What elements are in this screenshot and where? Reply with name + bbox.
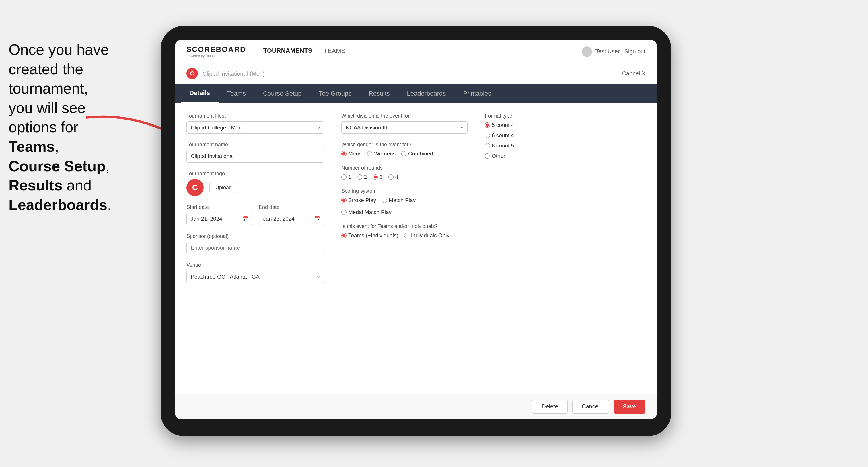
tournament-name-input[interactable]: [186, 150, 324, 163]
scoring-medal[interactable]: Medal Match Play: [341, 209, 392, 215]
col-middle: Which division is the event for? NCAA Di…: [341, 113, 468, 384]
scoring-label: Scoring system: [341, 188, 468, 194]
top-nav: SCOREBOARD Powered by clippd TOURNAMENTS…: [175, 40, 657, 63]
rounds-2[interactable]: 2: [357, 174, 367, 180]
rounds-1-radio[interactable]: [341, 175, 346, 180]
tab-teams[interactable]: Teams: [219, 85, 254, 102]
user-avatar: [582, 46, 592, 57]
teams-plus-individuals[interactable]: Teams (+Individuals): [341, 232, 398, 239]
scoring-stroke-radio[interactable]: [341, 198, 346, 203]
save-button[interactable]: Save: [614, 400, 645, 414]
upload-button[interactable]: Upload: [209, 182, 238, 193]
gender-womens-radio[interactable]: [367, 151, 372, 156]
format-other-radio[interactable]: [485, 153, 490, 159]
bottom-bar: Delete Cancel Save: [175, 394, 657, 419]
gender-combined-radio[interactable]: [401, 151, 406, 156]
tournament-header: C Clippd Invitational (Men) Cancel X: [175, 63, 657, 84]
main-content: Tournament Host Clippd College - Men Tou…: [175, 103, 657, 419]
format-label: Format type: [485, 113, 571, 119]
gender-mens-radio[interactable]: [341, 151, 346, 156]
format-6count4-radio[interactable]: [485, 133, 490, 138]
delete-button[interactable]: Delete: [532, 400, 568, 414]
venue-label: Venue: [186, 262, 324, 268]
rounds-4[interactable]: 4: [389, 174, 398, 180]
division-group: Which division is the event for? NCAA Di…: [341, 113, 468, 134]
scoring-match-radio[interactable]: [382, 198, 387, 203]
format-6count4[interactable]: 6 count 4: [485, 132, 514, 138]
tournament-host-label: Tournament Host: [186, 113, 324, 119]
rounds-label: Number of rounds: [341, 165, 468, 171]
col-right: Format type 5 count 4 6 count 4: [485, 113, 571, 384]
tab-results[interactable]: Results: [360, 85, 398, 102]
format-group: Format type 5 count 4 6 count 4: [485, 113, 571, 159]
instruction-text: Once you have created the tournament, yo…: [9, 41, 111, 213]
teams-plus-radio[interactable]: [341, 233, 346, 238]
sponsor-group: Sponsor (optional): [186, 233, 324, 254]
cancel-button[interactable]: Cancel: [572, 400, 609, 414]
tournament-icon: C: [186, 68, 198, 79]
rounds-2-radio[interactable]: [357, 175, 362, 180]
individuals-only[interactable]: Individuals Only: [404, 232, 450, 239]
rounds-group: Number of rounds 1 2: [341, 165, 468, 180]
rounds-1[interactable]: 1: [341, 174, 351, 180]
format-5count4[interactable]: 5 count 4: [485, 122, 514, 128]
nav-tournaments[interactable]: TOURNAMENTS: [263, 47, 312, 56]
start-date-label: Start date: [186, 204, 252, 210]
tournament-name: Clippd Invitational (Men): [203, 69, 265, 77]
tab-course-setup[interactable]: Course Setup: [254, 85, 310, 102]
scoring-stroke[interactable]: Stroke Play: [341, 197, 376, 204]
division-select[interactable]: NCAA Division III: [341, 121, 468, 134]
logo-area: SCOREBOARD Powered by clippd: [186, 45, 246, 58]
gender-mens[interactable]: Mens: [341, 151, 362, 157]
start-date-wrap: 📅: [186, 213, 252, 225]
format-6count5[interactable]: 6 count 5: [485, 143, 514, 149]
end-date-label: End date: [259, 204, 324, 210]
gender-combined[interactable]: Combined: [401, 151, 433, 157]
format-6count5-radio[interactable]: [485, 143, 490, 148]
tournament-name-group: Tournament name: [186, 142, 324, 163]
scoring-medal-radio[interactable]: [341, 210, 346, 215]
format-radio-group: 5 count 4 6 count 4 6 count 5: [485, 122, 571, 159]
rounds-3-radio[interactable]: [373, 175, 378, 180]
tournament-logo-group: Tournament logo C Upload: [186, 171, 324, 196]
teams-group: Is this event for Teams and/or Individua…: [341, 223, 468, 239]
col-left: Tournament Host Clippd College - Men Tou…: [186, 113, 324, 384]
end-date-wrap: 📅: [259, 213, 324, 225]
scoring-match[interactable]: Match Play: [382, 197, 416, 204]
calendar-icon: 📅: [242, 216, 248, 222]
end-date-group: End date 📅: [259, 204, 324, 225]
tab-tee-groups[interactable]: Tee Groups: [310, 85, 360, 102]
tournament-host-select[interactable]: Clippd College - Men: [186, 121, 324, 134]
tab-details[interactable]: Details: [181, 84, 219, 103]
date-row: Start date 📅 End date 📅: [186, 204, 324, 225]
nav-teams[interactable]: TEAMS: [324, 47, 346, 56]
logo-subtitle: Powered by clippd: [186, 54, 246, 58]
gender-group: Which gender is the event for? Mens Wome…: [341, 142, 468, 157]
instruction-panel: Once you have created the tournament, yo…: [0, 34, 141, 220]
individuals-only-radio[interactable]: [404, 233, 409, 238]
format-other[interactable]: Other: [485, 153, 505, 159]
format-5count4-radio[interactable]: [485, 123, 490, 128]
sponsor-label: Sponsor (optional): [186, 233, 324, 239]
rounds-3[interactable]: 3: [373, 174, 383, 180]
form-area: Tournament Host Clippd College - Men Tou…: [175, 103, 657, 394]
scoring-group: Scoring system Stroke Play Match Play: [341, 188, 468, 215]
main-nav: TOURNAMENTS TEAMS: [263, 47, 346, 56]
logo-circle: C: [186, 179, 204, 196]
rounds-4-radio[interactable]: [389, 175, 394, 180]
teams-radio-group: Teams (+Individuals) Individuals Only: [341, 232, 468, 239]
tab-bar: Details Teams Course Setup Tee Groups Re…: [175, 84, 657, 103]
venue-group: Venue Peachtree GC - Atlanta - GA: [186, 262, 324, 283]
tournament-logo-label: Tournament logo: [186, 171, 324, 177]
user-text[interactable]: Test User | Sign out: [595, 48, 645, 55]
venue-select[interactable]: Peachtree GC - Atlanta - GA: [186, 271, 324, 283]
logo-title: SCOREBOARD: [186, 45, 246, 54]
gender-womens[interactable]: Womens: [367, 151, 396, 157]
teams-label: Is this event for Teams and/or Individua…: [341, 223, 468, 229]
tournament-name-label: Tournament name: [186, 142, 324, 148]
gender-radio-group: Mens Womens Combined: [341, 151, 468, 157]
sponsor-input[interactable]: [186, 242, 324, 254]
cancel-top-button[interactable]: Cancel X: [622, 70, 645, 77]
tab-leaderboards[interactable]: Leaderboards: [398, 85, 455, 102]
tab-printables[interactable]: Printables: [454, 85, 500, 102]
